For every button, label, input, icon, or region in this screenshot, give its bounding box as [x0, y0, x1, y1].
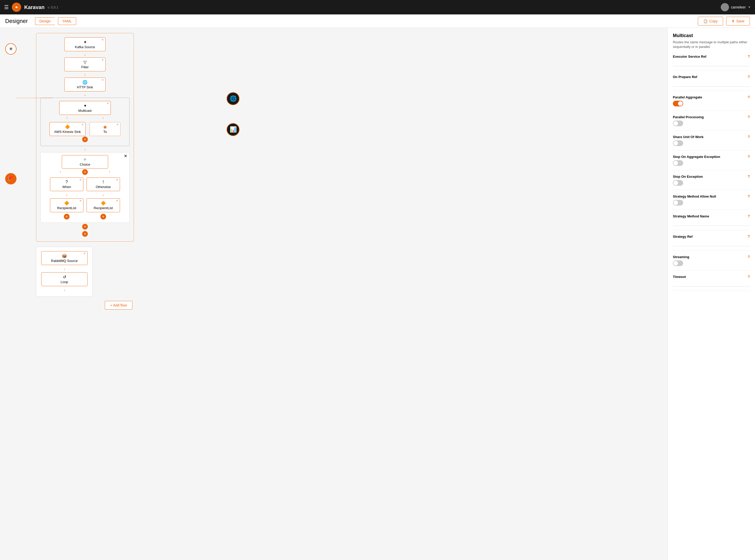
to-node[interactable]: ✕ ◉ To: [89, 122, 121, 136]
canvas[interactable]: ✳ 🚩 ✕ ✦ Kafka Source ↓ ✕ ▽: [0, 28, 668, 560]
help-streaming-icon[interactable]: ?: [748, 255, 750, 259]
menu-icon[interactable]: ☰: [4, 4, 9, 10]
field-strategy-method-name: Strategy Method Name ?: [673, 214, 750, 230]
add-when[interactable]: +: [50, 214, 83, 219]
otherwise-icon: !: [91, 180, 116, 184]
aws-icon: 🔶: [54, 124, 81, 129]
right-panel: Multicast Routes the same message to mul…: [668, 28, 755, 560]
field-stop-agg-exception: Stop On Aggregate Exception ?: [673, 155, 750, 170]
add-otherwise-button[interactable]: +: [100, 214, 106, 219]
help-strategy-null-icon[interactable]: ?: [748, 194, 750, 198]
add-when-button[interactable]: +: [64, 214, 69, 219]
field-label-parallel-agg: Parallel Aggregate ?: [673, 95, 750, 99]
http-sink-node[interactable]: ✕ 🌐 HTTP Sink: [64, 78, 106, 92]
panel-title: Multicast: [673, 33, 750, 38]
close-http-icon[interactable]: ✕: [101, 78, 104, 82]
help-prepare-icon[interactable]: ?: [748, 75, 750, 79]
close-aws-icon[interactable]: ✕: [81, 123, 84, 126]
strategy-null-toggle[interactable]: [673, 200, 683, 205]
arrow-rabbit: ↓: [40, 266, 88, 271]
multicast-icon: ✦: [64, 103, 106, 108]
save-icon: ⬆: [732, 19, 735, 23]
rabbitmq-source-node[interactable]: ✕ 📦 RabbitMQ Source: [41, 251, 87, 265]
help-stop-exc-icon[interactable]: ?: [748, 174, 750, 179]
field-label-timeout: Timeout ?: [673, 275, 750, 279]
timeout-input[interactable]: [673, 280, 750, 286]
help-timeout-icon[interactable]: ?: [748, 275, 750, 279]
field-parallel-processing: Parallel Processing ?: [673, 115, 750, 131]
arrow-3: ↓: [40, 93, 129, 97]
tab-design[interactable]: Design: [35, 17, 55, 25]
close-rl1-icon[interactable]: ✕: [79, 199, 82, 202]
close-when-icon[interactable]: ✕: [79, 178, 82, 182]
field-label-prepare: On Prepare Ref ?: [673, 75, 750, 79]
kafka-source-node[interactable]: ✕ ✦ Kafka Source: [64, 37, 106, 51]
stop-exception-toggle[interactable]: [673, 180, 683, 186]
toggle-thumb-2: [673, 121, 678, 126]
help-strategy-name-icon[interactable]: ?: [748, 214, 750, 218]
choice-section: ✕ ⑂ Choice ↓ + ↓ ✕: [40, 152, 129, 223]
close-multicast-icon[interactable]: ✕: [107, 102, 109, 105]
add-parallel[interactable]: +: [44, 137, 126, 142]
close-rabbitmq-icon[interactable]: ✕: [83, 252, 86, 255]
when-node[interactable]: ✕ ? When: [50, 178, 83, 191]
add-flow-row: + Add flow: [36, 301, 201, 309]
parallel-aggregate-toggle-wrap: [673, 101, 750, 106]
close-filter-icon[interactable]: ✕: [101, 58, 104, 62]
help-strategy-ref-icon[interactable]: ?: [748, 234, 750, 239]
globe-side-icon[interactable]: 🌐: [227, 92, 240, 105]
strategy-method-name-input[interactable]: [673, 220, 750, 226]
close-to-icon[interactable]: ✕: [116, 123, 119, 126]
close-otherwise-icon[interactable]: ✕: [116, 178, 118, 182]
route-icon-1[interactable]: ✳: [5, 43, 17, 55]
executor-service-ref-input[interactable]: [673, 60, 750, 66]
help-parallel-agg-icon[interactable]: ?: [748, 95, 750, 99]
aws-kinesis-node[interactable]: ✕ 🔶 AWS Kinesis Sink: [49, 122, 85, 136]
stop-agg-exception-toggle[interactable]: [673, 160, 683, 166]
help-share-icon[interactable]: ?: [748, 135, 750, 139]
add-end-button[interactable]: +: [82, 231, 88, 237]
on-prepare-ref-input[interactable]: [673, 80, 750, 86]
globe-icon: 🌐: [69, 80, 101, 85]
help-parallel-proc-icon[interactable]: ?: [748, 115, 750, 119]
panel-description: Routes the same message to multiple path…: [673, 40, 750, 49]
field-label-parallel-proc: Parallel Processing ?: [673, 115, 750, 119]
add-choice-button[interactable]: +: [82, 169, 88, 175]
streaming-toggle[interactable]: [673, 260, 683, 266]
field-label-share-unit: Share Unit Of Work ?: [673, 135, 750, 139]
stack-icon: 📊: [230, 126, 237, 133]
field-label-strategy-name: Strategy Method Name ?: [673, 214, 750, 218]
help-executor-icon[interactable]: ?: [748, 54, 750, 58]
multicast-node[interactable]: ✕ ✦ Multicast: [59, 101, 111, 115]
arrow-5: +: [40, 224, 129, 229]
field-label-executor: Executor Service Ref ?: [673, 54, 750, 58]
close-rl2-icon[interactable]: ✕: [116, 199, 118, 202]
strategy-ref-input[interactable]: [673, 240, 750, 246]
toggle-thumb: [678, 101, 682, 106]
otherwise-node[interactable]: ✕ ! Otherwise: [86, 178, 120, 191]
toggle-thumb-4: [673, 161, 678, 165]
stack-side-icon[interactable]: 📊: [227, 123, 240, 136]
parallel-aggregate-toggle[interactable]: [673, 101, 683, 106]
recipient-list-2-node[interactable]: ✕ 🔶 RecipientList: [86, 198, 120, 212]
parallel-processing-toggle[interactable]: [673, 121, 683, 126]
filter-node[interactable]: ✕ ▽ Filter: [64, 57, 106, 71]
close-choice-icon[interactable]: ✕: [124, 154, 127, 158]
route-icon-2[interactable]: 🚩: [5, 173, 17, 184]
loop-node[interactable]: ↺ Loop: [41, 272, 87, 286]
share-unit-toggle[interactable]: [673, 140, 683, 146]
save-button[interactable]: ⬆ Save: [726, 17, 750, 25]
add-parallel-button[interactable]: +: [82, 137, 88, 142]
recipient-list-1-node[interactable]: ✕ 🔶 RecipientList: [50, 198, 83, 212]
route-2: ✕ 📦 RabbitMQ Source ↓ ↺ Loop ↓: [36, 247, 93, 297]
close-kafka-icon[interactable]: ✕: [101, 38, 104, 41]
add-otherwise[interactable]: +: [86, 214, 120, 219]
copy-button[interactable]: 📋 Copy: [698, 17, 723, 25]
add-flow-button[interactable]: + Add flow: [105, 301, 132, 309]
add-after-choice-button[interactable]: +: [82, 224, 88, 229]
tab-yaml[interactable]: YAML: [58, 17, 76, 25]
choice-node[interactable]: ⑂ Choice: [62, 155, 108, 169]
user-menu[interactable]: cameleer ▼: [721, 3, 751, 11]
choice-icon: ⑂: [66, 157, 104, 162]
help-stop-agg-icon[interactable]: ?: [748, 155, 750, 159]
